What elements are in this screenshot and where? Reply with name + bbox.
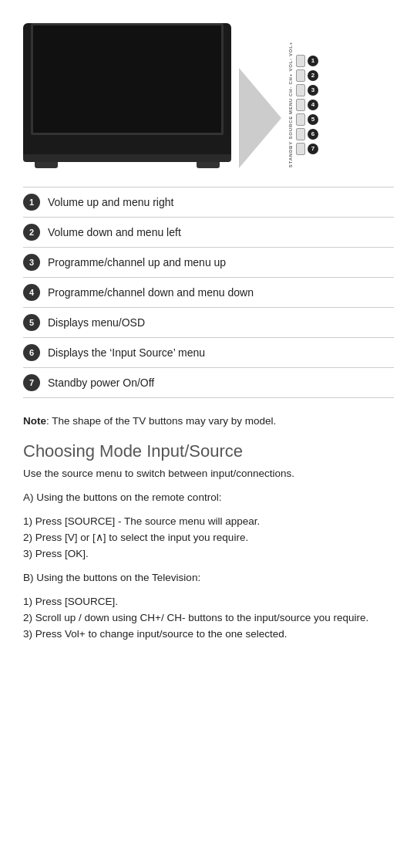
buttons-column: 1 2 3 4 xyxy=(296,55,318,155)
section-a-steps: 1) Press [SOURCE] - The source menu will… xyxy=(23,514,394,562)
section-a-heading: A) Using the buttons on the remote contr… xyxy=(23,490,394,506)
list-section: 1 Volume up and menu right 2 Volume down… xyxy=(23,187,394,398)
tv-stand xyxy=(23,154,231,162)
choosing-mode-intro: Use the source menu to switch between in… xyxy=(23,466,394,482)
button-row-4: 4 xyxy=(296,99,318,111)
button-row-6: 6 xyxy=(296,128,318,140)
tv-frame xyxy=(23,23,231,154)
circle-6: 6 xyxy=(308,129,318,140)
tv-foot-right xyxy=(197,162,220,168)
list-item: 5 Displays menu/OSD xyxy=(23,308,394,338)
side-btn-6 xyxy=(296,128,305,140)
note-section: Note: The shape of the TV buttons may va… xyxy=(23,414,394,429)
list-item: 7 Standby power On/Off xyxy=(23,368,394,398)
tv-wrapper: VOL+ VOL- CH+ CH- MENU SOURCE STANDBY 1 xyxy=(23,15,318,168)
list-item: 4 Programme/channel down and menu down xyxy=(23,278,394,308)
list-item: 6 Displays the ‘Input Source’ menu xyxy=(23,338,394,368)
list-item: 1 Volume up and menu right xyxy=(23,187,394,218)
side-btn-5 xyxy=(296,113,305,126)
note-text: : The shape of the TV buttons may vary b… xyxy=(46,415,276,427)
label-vol-plus: VOL+ xyxy=(288,42,293,56)
item-text-5: Displays menu/OSD xyxy=(48,316,145,329)
item-text-3: Programme/channel up and menu up xyxy=(48,256,226,269)
circle-7: 7 xyxy=(308,144,318,154)
choosing-mode-section: Choosing Mode Input/Source Use the sourc… xyxy=(23,441,394,642)
tv-section: VOL+ VOL- CH+ CH- MENU SOURCE STANDBY 1 xyxy=(23,15,394,168)
item-circle-6: 6 xyxy=(23,344,40,361)
side-btn-7 xyxy=(296,143,305,155)
circle-1: 1 xyxy=(308,56,318,66)
choosing-mode-heading: Choosing Mode Input/Source xyxy=(23,441,394,461)
item-circle-2: 2 xyxy=(23,224,40,241)
speaker-area xyxy=(239,68,285,168)
label-standby: STANDBY xyxy=(288,141,293,167)
button-row-7: 7 xyxy=(296,143,318,155)
label-ch-plus: CH+ xyxy=(288,73,293,85)
item-text-4: Programme/channel down and menu down xyxy=(48,286,254,299)
label-ch-minus: CH- xyxy=(288,86,293,96)
speaker-triangle xyxy=(239,68,281,168)
item-text-1: Volume up and menu right xyxy=(48,196,173,208)
side-btn-3 xyxy=(296,84,305,96)
page-wrapper: VOL+ VOL- CH+ CH- MENU SOURCE STANDBY 1 xyxy=(0,0,417,674)
tv-feet xyxy=(35,162,220,168)
circle-5: 5 xyxy=(308,114,318,125)
item-text-2: Volume down and menu left xyxy=(48,226,181,238)
circle-2: 2 xyxy=(308,70,318,81)
label-source: SOURCE xyxy=(288,116,293,139)
item-circle-5: 5 xyxy=(23,314,40,331)
item-text-7: Standby power On/Off xyxy=(48,377,154,389)
right-panel: VOL+ VOL- CH+ CH- MENU SOURCE STANDBY 1 xyxy=(288,41,318,168)
item-circle-7: 7 xyxy=(23,374,40,391)
section-b-heading: B) Using the buttons on the Television: xyxy=(23,570,394,586)
section-b-steps: 1) Press [SOURCE]. 2) Scroll up / down u… xyxy=(23,594,394,643)
side-btn-4 xyxy=(296,99,305,111)
tv-foot-left xyxy=(35,162,58,168)
button-row-3: 3 xyxy=(296,84,318,96)
item-circle-4: 4 xyxy=(23,284,40,301)
button-row-1: 1 xyxy=(296,55,318,67)
list-item: 2 Volume down and menu left xyxy=(23,218,394,248)
label-menu: MENU xyxy=(288,98,293,114)
item-circle-3: 3 xyxy=(23,254,40,271)
side-btn-2 xyxy=(296,69,305,82)
side-btn-1 xyxy=(296,55,305,67)
list-item: 3 Programme/channel up and menu up xyxy=(23,248,394,278)
tv-body xyxy=(23,15,231,168)
note-label: Note xyxy=(23,415,46,427)
circle-4: 4 xyxy=(308,100,318,110)
item-text-6: Displays the ‘Input Source’ menu xyxy=(48,346,205,359)
circle-3: 3 xyxy=(308,85,318,96)
button-row-2: 2 xyxy=(296,69,318,82)
item-circle-1: 1 xyxy=(23,194,40,211)
button-row-5: 5 xyxy=(296,113,318,126)
label-vol-minus: VOL- xyxy=(288,58,293,72)
tv-screen xyxy=(31,23,224,135)
